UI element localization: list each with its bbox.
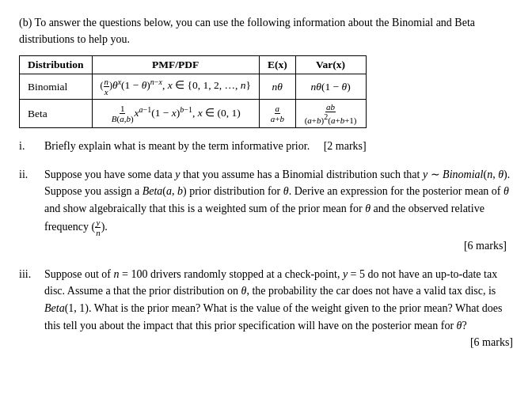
question-iii-row: iii. Suppose out of n = 100 drivers rand… (19, 266, 513, 351)
question-ii-text: Suppose you have some data y that you as… (44, 166, 513, 237)
beta-formula-text: 1B(a,b)xa−1(1 − x)b−1, x ∈ (0, 1) (111, 107, 241, 119)
intro-paragraph: (b) To answer the questions below, you c… (19, 14, 513, 47)
binomial-formula: (nx)θx(1 − θ)n−x, x ∈ {0, 1, 2, …, n} (92, 74, 259, 100)
question-iii-label: iii. (19, 266, 44, 283)
header-varx: Var(x) (295, 56, 366, 74)
distribution-name-beta: Beta (20, 100, 93, 128)
question-i: i. Briefly explain what is meant by the … (19, 138, 513, 155)
beta-formula: 1B(a,b)xa−1(1 − x)b−1, x ∈ (0, 1) (92, 100, 259, 128)
question-iii: iii. Suppose out of n = 100 drivers rand… (19, 266, 513, 351)
distribution-table: Distribution PMF/PDF E(x) Var(x) Binomia… (19, 55, 367, 128)
question-i-row: i. Briefly explain what is meant by the … (19, 138, 513, 155)
binomial-varx: nθ(1 − θ) (295, 74, 366, 100)
header-pmf-pdf: PMF/PDF (92, 56, 259, 74)
question-ii-label: ii. (19, 166, 44, 184)
table-row-beta: Beta 1B(a,b)xa−1(1 − x)b−1, x ∈ (0, 1) a… (20, 100, 367, 128)
question-ii-marks: [6 marks] (19, 237, 507, 255)
intro-text: To answer the questions below, you can u… (19, 17, 475, 45)
table-row-binomial: Binomial (nx)θx(1 − θ)n−x, x ∈ {0, 1, 2,… (20, 74, 367, 100)
main-content: (b) To answer the questions below, you c… (19, 14, 513, 351)
question-i-label: i. (19, 138, 44, 155)
binomial-ex: nθ (259, 74, 295, 100)
question-ii-row: ii. Suppose you have some data y that yo… (19, 166, 513, 237)
distribution-name-binomial: Binomial (20, 74, 93, 100)
beta-ex: aa+b (259, 100, 295, 128)
question-ii: ii. Suppose you have some data y that yo… (19, 166, 513, 255)
beta-varx: ab(a+b)2(a+b+1) (295, 100, 366, 128)
question-i-text: Briefly explain what is meant by the ter… (44, 138, 513, 155)
header-distribution: Distribution (20, 56, 93, 74)
binomial-formula-text: (nx)θx(1 − θ)n−x, x ∈ {0, 1, 2, …, n} (101, 79, 251, 91)
part-label: (b) (19, 17, 32, 28)
questions-section: i. Briefly explain what is meant by the … (19, 138, 513, 351)
header-ex: E(x) (259, 56, 295, 74)
question-iii-text: Suppose out of n = 100 drivers randomly … (44, 266, 513, 351)
